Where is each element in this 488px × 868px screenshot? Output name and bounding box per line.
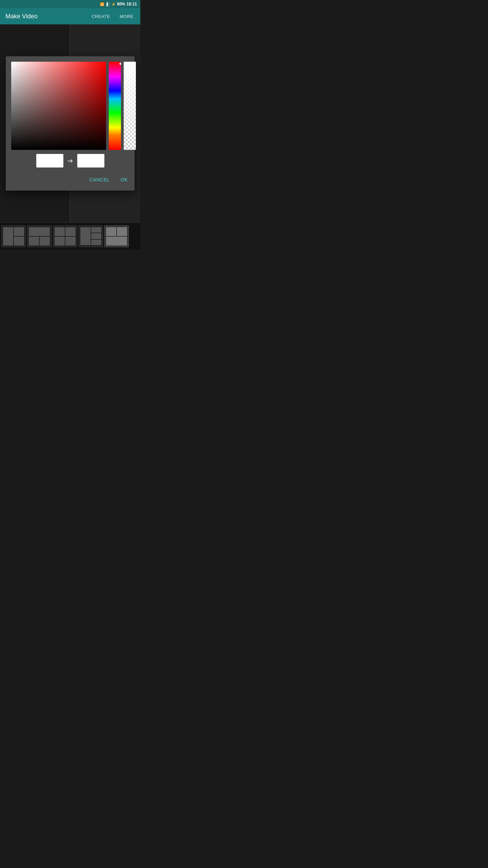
- sb-cursor: [12, 62, 16, 67]
- layout-thumb-3[interactable]: [53, 225, 77, 247]
- arrow-icon: ➔: [67, 157, 73, 165]
- old-color-preview: [36, 154, 63, 167]
- create-button[interactable]: CREATE: [90, 13, 111, 20]
- color-picker-main: [11, 62, 129, 150]
- layout-thumb-2[interactable]: [27, 225, 52, 247]
- app-title: Make Video: [5, 13, 38, 20]
- layout-thumb-5[interactable]: [104, 225, 129, 247]
- color-picker-dialog: ➔ CANCEL OK: [6, 56, 135, 191]
- wifi-icon: 📶: [100, 2, 104, 6]
- battery-icon: ⚡: [111, 2, 116, 6]
- more-button[interactable]: MORE: [118, 13, 135, 20]
- alpha-gradient: [124, 62, 136, 150]
- layout-thumb-4[interactable]: [79, 225, 103, 247]
- dark-gradient-layer: [11, 62, 106, 150]
- main-content: ➔ CANCEL OK: [0, 24, 140, 222]
- color-preview-row: ➔: [11, 154, 129, 167]
- time-display: 18:11: [126, 2, 137, 6]
- battery-percent: 80%: [117, 2, 125, 6]
- app-bar: Make Video CREATE MORE: [0, 8, 140, 24]
- alpha-slider[interactable]: [124, 62, 136, 150]
- status-bar: 📶 ▐░ ⚡ 80% 18:11: [0, 0, 140, 8]
- alpha-cursor: [124, 62, 136, 66]
- bottom-bar: [0, 222, 140, 250]
- status-icons: 📶 ▐░ ⚡ 80% 18:11: [100, 2, 137, 6]
- layout-thumb-1[interactable]: [1, 225, 26, 247]
- hue-slider[interactable]: [109, 62, 121, 150]
- cancel-button[interactable]: CANCEL: [88, 174, 111, 185]
- hue-cursor: [109, 62, 121, 66]
- signal-icon: ▐░: [105, 2, 110, 6]
- ok-button[interactable]: OK: [119, 174, 129, 185]
- dialog-buttons: CANCEL OK: [11, 173, 129, 185]
- new-color-preview: [77, 154, 104, 167]
- saturation-brightness-picker[interactable]: [11, 62, 106, 150]
- color-picker-overlay: ➔ CANCEL OK: [0, 24, 140, 222]
- hue-gradient: [109, 62, 121, 150]
- app-bar-actions: CREATE MORE: [90, 13, 135, 20]
